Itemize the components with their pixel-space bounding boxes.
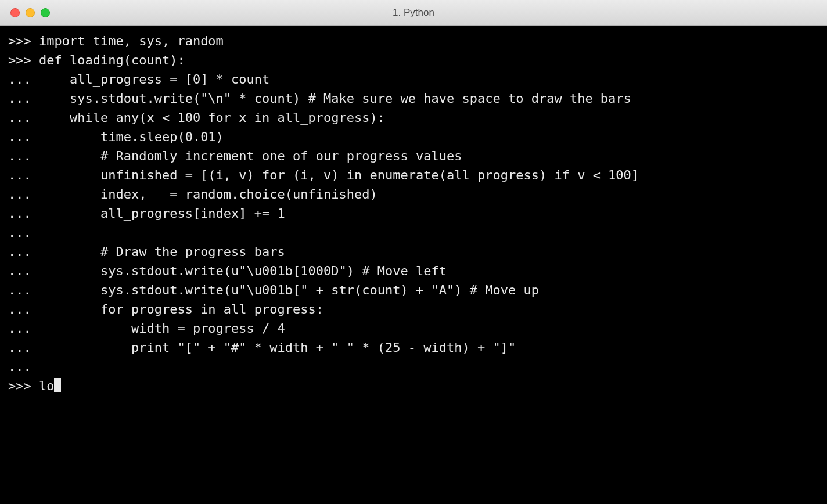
terminal-line: >>> def loading(count): (8, 51, 819, 70)
terminal-line: ... (8, 223, 819, 242)
terminal-line: ... all_progress[index] += 1 (8, 204, 819, 223)
terminal-line: ... (8, 357, 819, 376)
terminal-line: ... for progress in all_progress: (8, 300, 819, 319)
terminal-line: ... sys.stdout.write(u"\u001b[1000D") # … (8, 261, 819, 280)
terminal-line: ... width = progress / 4 (8, 319, 819, 338)
cursor (54, 378, 61, 392)
maximize-button[interactable] (41, 8, 50, 17)
terminal-line: ... index, _ = random.choice(unfinished) (8, 185, 819, 204)
window-titlebar: 1. Python (0, 0, 827, 26)
terminal-line: ... print "[" + "#" * width + " " * (25 … (8, 338, 819, 357)
close-button[interactable] (10, 8, 20, 17)
terminal-line: ... # Randomly increment one of our prog… (8, 146, 819, 165)
minimize-button[interactable] (26, 8, 35, 17)
traffic-lights (0, 8, 50, 17)
window-title: 1. Python (393, 7, 434, 19)
terminal-output[interactable]: >>> import time, sys, random>>> def load… (0, 26, 827, 504)
terminal-line: ... time.sleep(0.01) (8, 127, 819, 146)
terminal-line: ... all_progress = [0] * count (8, 70, 819, 89)
terminal-line: ... while any(x < 100 for x in all_progr… (8, 108, 819, 127)
terminal-line: ... sys.stdout.write("\n" * count) # Mak… (8, 89, 819, 108)
terminal-line: ... unfinished = [(i, v) for (i, v) in e… (8, 165, 819, 185)
terminal-line: ... sys.stdout.write(u"\u001b[" + str(co… (8, 280, 819, 300)
terminal-line: ... # Draw the progress bars (8, 242, 819, 261)
terminal-line: >>> import time, sys, random (8, 31, 819, 51)
terminal-input-line[interactable]: >>> lo (8, 376, 819, 395)
